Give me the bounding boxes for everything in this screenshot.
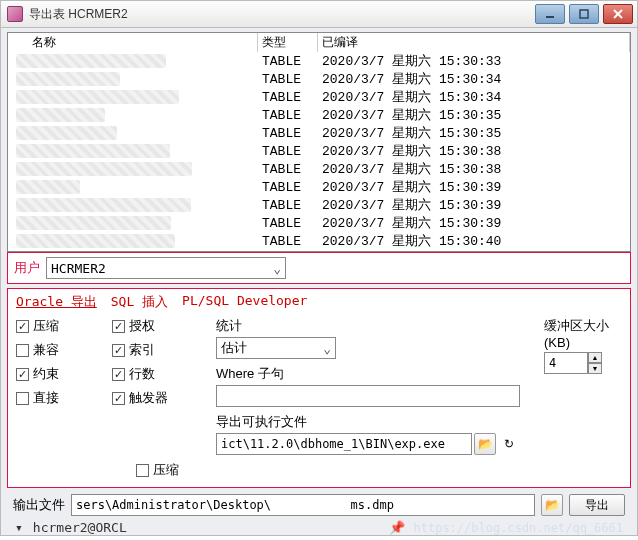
checkbox-direct[interactable]: 直接 bbox=[16, 389, 112, 407]
chevron-down-icon: ⌄ bbox=[323, 341, 331, 356]
checkbox-compress2[interactable]: 压缩 bbox=[136, 461, 622, 479]
window-title: 导出表 HCRMER2 bbox=[29, 6, 529, 23]
cell-type: TABLE bbox=[258, 54, 318, 69]
table-row[interactable]: TABLE2020/3/7 星期六 15:30:40 bbox=[8, 232, 630, 250]
table-row[interactable]: TABLE2020/3/7 星期六 15:30:35 bbox=[8, 106, 630, 124]
table-row[interactable]: TABLE2020/3/7 星期六 15:30:38 bbox=[8, 160, 630, 178]
obscured-name bbox=[16, 180, 80, 194]
cell-type: TABLE bbox=[258, 108, 318, 123]
triangle-icon: ▾ bbox=[15, 520, 23, 535]
cell-compiled: 2020/3/7 星期六 15:30:39 bbox=[318, 178, 630, 196]
svg-rect-1 bbox=[580, 10, 588, 18]
tab-plsql-dev[interactable]: PL/SQL Developer bbox=[182, 293, 307, 311]
obscured-name bbox=[16, 126, 117, 140]
close-button[interactable] bbox=[603, 4, 633, 24]
where-label: Where 子句 bbox=[216, 365, 520, 383]
cell-type: TABLE bbox=[258, 72, 318, 87]
buffer-input[interactable] bbox=[544, 352, 588, 374]
obscured-name bbox=[16, 90, 179, 104]
cell-compiled: 2020/3/7 星期六 15:30:39 bbox=[318, 214, 630, 232]
user-combo[interactable]: HCRMER2 ⌄ bbox=[46, 257, 286, 279]
obscured-name bbox=[16, 54, 166, 68]
table-row[interactable]: TABLE2020/3/7 星期六 15:30:39 bbox=[8, 196, 630, 214]
checkbox-indexes[interactable]: 索引 bbox=[112, 341, 208, 359]
user-label: 用户 bbox=[14, 259, 40, 277]
watermark-text: https://blog.csdn.net/qq_6661 bbox=[413, 521, 623, 535]
user-value: HCRMER2 bbox=[51, 261, 106, 276]
refresh-button[interactable]: ↻ bbox=[498, 433, 520, 455]
output-label: 输出文件 bbox=[13, 496, 65, 514]
obscured-name bbox=[16, 108, 105, 122]
obscured-name bbox=[16, 162, 192, 176]
exec-label: 导出可执行文件 bbox=[216, 413, 520, 431]
table-grid[interactable]: 名称 类型 已编译 TABLE2020/3/7 星期六 15:30:33TABL… bbox=[7, 32, 631, 252]
stats-combo[interactable]: 估计⌄ bbox=[216, 337, 336, 359]
table-row[interactable]: TABLE2020/3/7 星期六 15:30:33 bbox=[8, 52, 630, 70]
cell-type: TABLE bbox=[258, 216, 318, 231]
chevron-down-icon: ⌄ bbox=[273, 261, 281, 276]
cell-compiled: 2020/3/7 星期六 15:30:34 bbox=[318, 70, 630, 88]
table-row[interactable]: TABLE2020/3/7 星期六 15:30:35 bbox=[8, 124, 630, 142]
checkbox-compat[interactable]: 兼容 bbox=[16, 341, 112, 359]
obscured-name bbox=[16, 216, 171, 230]
pin-icon[interactable]: 📌 bbox=[389, 520, 405, 535]
cell-compiled: 2020/3/7 星期六 15:30:38 bbox=[318, 160, 630, 178]
cell-type: TABLE bbox=[258, 90, 318, 105]
obscured-name bbox=[16, 72, 120, 86]
obscured-name bbox=[16, 234, 175, 248]
buffer-spinner[interactable]: ▲▼ bbox=[544, 352, 622, 374]
checkbox-triggers[interactable]: 触发器 bbox=[112, 389, 208, 407]
export-button[interactable]: 导出 bbox=[569, 494, 625, 516]
minimize-button[interactable] bbox=[535, 4, 565, 24]
checkbox-constraint[interactable]: 约束 bbox=[16, 365, 112, 383]
column-header-compiled[interactable]: 已编译 bbox=[318, 33, 630, 52]
obscured-name bbox=[16, 198, 191, 212]
cell-type: TABLE bbox=[258, 144, 318, 159]
where-input[interactable] bbox=[216, 385, 520, 407]
spin-up-button[interactable]: ▲ bbox=[588, 352, 602, 363]
table-row[interactable]: TABLE2020/3/7 星期六 15:30:34 bbox=[8, 70, 630, 88]
folder-icon: 📂 bbox=[545, 498, 560, 512]
cell-compiled: 2020/3/7 星期六 15:30:33 bbox=[318, 52, 630, 70]
obscured-name bbox=[16, 144, 170, 158]
tab-sql-insert[interactable]: SQL 插入 bbox=[111, 293, 168, 311]
checkbox-compress[interactable]: 压缩 bbox=[16, 317, 112, 335]
cell-compiled: 2020/3/7 星期六 15:30:38 bbox=[318, 142, 630, 160]
cell-type: TABLE bbox=[258, 180, 318, 195]
exec-path-input[interactable] bbox=[216, 433, 472, 455]
table-row[interactable]: TABLE2020/3/7 星期六 15:30:34 bbox=[8, 88, 630, 106]
maximize-button[interactable] bbox=[569, 4, 599, 24]
cell-type: TABLE bbox=[258, 234, 318, 249]
table-row[interactable]: TABLE2020/3/7 星期六 15:30:39 bbox=[8, 178, 630, 196]
cell-compiled: 2020/3/7 星期六 15:30:35 bbox=[318, 124, 630, 142]
cell-compiled: 2020/3/7 星期六 15:30:39 bbox=[318, 196, 630, 214]
browse-output-button[interactable]: 📂 bbox=[541, 494, 563, 516]
output-path-input[interactable] bbox=[71, 494, 535, 516]
app-icon bbox=[7, 6, 23, 22]
cell-type: TABLE bbox=[258, 126, 318, 141]
checkbox-rows[interactable]: 行数 bbox=[112, 365, 208, 383]
refresh-icon: ↻ bbox=[504, 437, 514, 451]
title-bar: 导出表 HCRMER2 bbox=[0, 0, 638, 28]
column-header-name[interactable]: 名称 bbox=[28, 34, 60, 51]
stats-label: 统计 bbox=[216, 317, 520, 335]
folder-icon: 📂 bbox=[478, 437, 493, 451]
browse-exec-button[interactable]: 📂 bbox=[474, 433, 496, 455]
tab-oracle-export[interactable]: Oracle 导出 bbox=[16, 293, 97, 311]
cell-type: TABLE bbox=[258, 162, 318, 177]
spin-down-button[interactable]: ▼ bbox=[588, 363, 602, 374]
buffer-label: 缓冲区大小(KB) bbox=[544, 317, 622, 350]
table-row[interactable]: TABLE2020/3/7 星期六 15:30:38 bbox=[8, 142, 630, 160]
cell-compiled: 2020/3/7 星期六 15:30:34 bbox=[318, 88, 630, 106]
cell-compiled: 2020/3/7 星期六 15:30:35 bbox=[318, 106, 630, 124]
checkbox-grants[interactable]: 授权 bbox=[112, 317, 208, 335]
cell-compiled: 2020/3/7 星期六 15:30:40 bbox=[318, 232, 630, 250]
cell-type: TABLE bbox=[258, 198, 318, 213]
connection-status: hcrmer2@ORCL bbox=[33, 520, 127, 535]
column-header-type[interactable]: 类型 bbox=[258, 33, 318, 52]
table-row[interactable]: TABLE2020/3/7 星期六 15:30:39 bbox=[8, 214, 630, 232]
